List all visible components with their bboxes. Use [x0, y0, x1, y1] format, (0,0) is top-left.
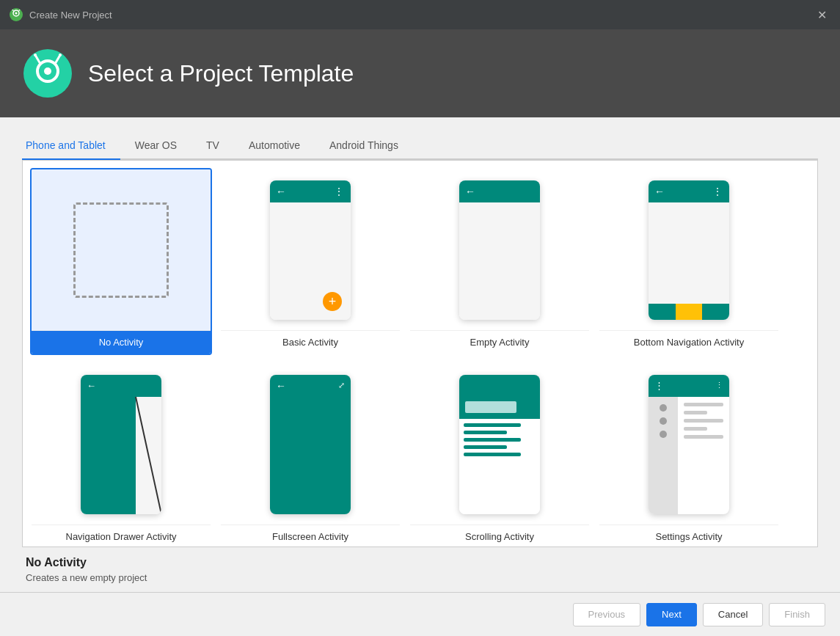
nav-item-2: [676, 304, 703, 320]
settings-dot-1: [660, 404, 667, 412]
svg-line-12: [136, 397, 161, 514]
no-activity-label: No Activity: [32, 331, 211, 354]
title-bar: Create New Project ✕: [0, 0, 840, 29]
tab-tv[interactable]: TV: [191, 132, 234, 160]
window-title: Create New Project: [29, 10, 813, 21]
scrolling-mockup: [459, 375, 540, 514]
settings-activity-label: Settings Activity: [599, 525, 778, 547]
svg-point-11: [59, 54, 62, 56]
previous-button[interactable]: Previous: [573, 603, 641, 626]
more-icon: ⋮: [712, 186, 723, 197]
scroll-line-2: [464, 431, 507, 434]
settings-dot-3: [660, 431, 667, 438]
empty-activity-preview: ←: [410, 169, 589, 331]
scroll-line-3: [464, 438, 521, 442]
drawer-top: ←: [81, 375, 161, 397]
fullscreen-body: [270, 397, 351, 514]
basic-activity-preview: ← ⋮ +: [221, 169, 400, 331]
tab-wear-os[interactable]: Wear OS: [120, 132, 191, 160]
selected-template-description: Creates a new empty project: [26, 572, 814, 583]
svg-point-7: [44, 67, 51, 75]
settings-right-panel: [678, 397, 729, 514]
cancel-button[interactable]: Cancel: [703, 603, 763, 626]
drawer-mockup: ←: [81, 375, 161, 514]
basic-activity-mockup: ← ⋮ +: [270, 180, 351, 320]
svg-point-2: [15, 12, 18, 15]
next-button[interactable]: Next: [646, 603, 697, 626]
settings-row-2: [684, 411, 707, 414]
android-logo: [22, 48, 73, 99]
fullscreen-activity-label: Fullscreen Activity: [221, 525, 400, 547]
tab-android-things[interactable]: Android Things: [315, 132, 413, 160]
fullscreen-mockup: ← ⤢: [270, 375, 351, 514]
scrolling-activity-label: Scrolling Activity: [410, 525, 589, 547]
template-basic-activity[interactable]: ← ⋮ + Basic Activity: [219, 168, 401, 355]
settings-mockup: ⋮ ⋮: [649, 375, 729, 514]
scroll-line-5: [464, 453, 521, 456]
template-no-activity[interactable]: No Activity: [30, 168, 212, 355]
back-arrow-icon: ←: [276, 380, 286, 392]
back-arrow-icon: ←: [465, 186, 475, 197]
settings-preview: ⋮ ⋮: [599, 364, 778, 525]
scroll-line-1: [464, 423, 521, 427]
android-studio-icon: [9, 7, 23, 22]
more-icon: ⋮: [334, 186, 345, 197]
back-arrow-icon: ←: [276, 186, 286, 197]
fab-icon: +: [323, 292, 342, 311]
empty-activity-mockup: ←: [459, 180, 540, 320]
bottom-nav-bar: [649, 304, 729, 320]
main-content: Phone and Tablet Wear OS TV Automotive A…: [0, 117, 840, 592]
empty-activity-label: Empty Activity: [410, 331, 589, 354]
nav-item-1: [649, 304, 676, 320]
settings-top: ⋮ ⋮: [649, 375, 729, 397]
basic-activity-label: Basic Activity: [221, 331, 400, 354]
no-activity-dashed-box: [73, 202, 169, 298]
template-settings-activity[interactable]: ⋮ ⋮: [598, 362, 780, 547]
scroll-header: [459, 375, 540, 419]
finish-button[interactable]: Finish: [769, 603, 825, 626]
template-bottom-nav[interactable]: ← ⋮ Bottom Navigation Activity: [598, 168, 780, 355]
bottom-nav-label: Bottom Navigation Activity: [599, 331, 778, 354]
bottom-nav-body: [649, 202, 729, 304]
scroll-body: [459, 419, 540, 514]
drawer-activity-preview: ←: [32, 364, 211, 525]
drawer-activity-label: Navigation Drawer Activity: [32, 525, 211, 547]
template-drawer-activity[interactable]: ← Navigation Drawer Activity: [30, 362, 212, 547]
template-fullscreen-activity[interactable]: ← ⤢ Fullscreen Activity: [219, 362, 401, 547]
selected-template-title: No Activity: [26, 556, 814, 569]
template-empty-activity[interactable]: ← Empty Activity: [409, 168, 591, 355]
header: Select a Project Template: [0, 29, 840, 117]
bottom-nav-mockup: ← ⋮: [649, 180, 729, 320]
no-activity-preview: [32, 169, 211, 331]
settings-row-1: [684, 403, 723, 406]
tab-automotive[interactable]: Automotive: [234, 132, 315, 160]
page-title: Select a Project Template: [88, 60, 354, 87]
close-button[interactable]: ✕: [813, 7, 831, 23]
settings-body: [649, 397, 729, 514]
nav-item-3: [702, 304, 729, 320]
settings-row-5: [684, 435, 723, 439]
selection-info: No Activity Creates a new empty project: [22, 547, 818, 592]
settings-row-3: [684, 419, 723, 423]
tab-phone-tablet[interactable]: Phone and Tablet: [22, 132, 120, 160]
template-scrolling-activity[interactable]: Scrolling Activity: [409, 362, 591, 547]
settings-row-4: [684, 427, 707, 431]
fullscreen-preview: ← ⤢: [221, 364, 400, 525]
bottom-nav-preview: ← ⋮: [599, 169, 778, 331]
empty-phone-body: [459, 202, 540, 320]
back-arrow-icon: ←: [654, 186, 665, 197]
phone-body: +: [270, 202, 351, 320]
settings-dot-2: [660, 417, 667, 425]
scrolling-preview: [410, 364, 589, 525]
scroll-line-4: [464, 445, 507, 449]
svg-point-10: [34, 54, 37, 56]
templates-grid: No Activity ← ⋮ + Basic Activity: [22, 160, 818, 547]
footer: Previous Next Cancel Finish: [0, 592, 840, 636]
tabs-container: Phone and Tablet Wear OS TV Automotive A…: [22, 132, 818, 160]
settings-left-panel: [649, 397, 678, 514]
